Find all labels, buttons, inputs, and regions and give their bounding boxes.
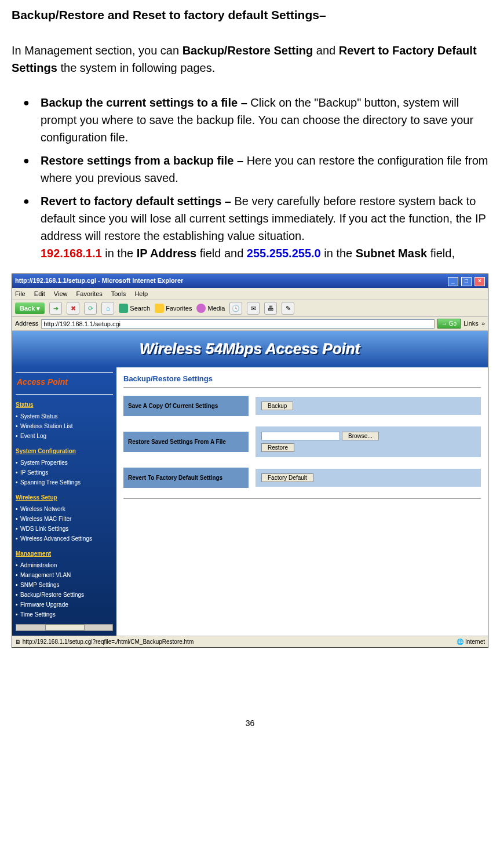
divider [123,498,481,499]
row-restore: Restore Saved Settings From A File Brows… [123,426,481,457]
browser-window: http://192.168.1.1/setup.cgi - Microsoft… [12,273,488,648]
label-save-copy: Save A Copy Of Current Settings [123,396,249,416]
menu-help[interactable]: Help [134,290,148,297]
maximize-button[interactable]: □ [461,277,472,286]
toolbar: Back ▾ ➔ ✖ ⟳ ⌂ Search Favorites Media 🕓 … [12,300,488,317]
refresh-button[interactable]: ⟳ [84,302,97,315]
main-title: Backup/Restore Settings [123,371,481,388]
search-label: Search [130,304,150,313]
sidebar-item-wireless-mac-filter[interactable]: Wireless MAC Filter [16,514,113,524]
edit-button[interactable]: ✎ [282,302,294,315]
mail-button[interactable]: ✉ [247,302,260,315]
ip-address-value: 192.168.1.1 [41,247,102,260]
forward-button[interactable]: ➔ [49,302,62,315]
search-icon [119,304,128,313]
close-button[interactable]: × [475,277,485,286]
favorites-label: Favorites [166,304,192,313]
sidebar-section-sysconf: System Configuration [16,447,113,455]
ip-mid3: in the [321,247,356,260]
sidebar-item-wireless-advanced[interactable]: Wireless Advanced Settings [16,534,113,544]
sidebar-item-system-properties[interactable]: System Properties [16,458,113,468]
status-bar: 🗎 http://192.168.1.1/setup.cgi?reqfile=.… [12,636,488,647]
go-label: Go [449,320,457,327]
home-button[interactable]: ⌂ [101,302,114,315]
stop-button[interactable]: ✖ [67,302,79,315]
links-chevron-icon: » [481,319,485,329]
links-label[interactable]: Links [463,319,479,329]
back-button[interactable]: Back ▾ [15,302,45,315]
factory-default-button[interactable]: Factory Default [261,473,313,482]
sidebar-item-wds-link[interactable]: WDS Link Settings [16,524,113,534]
go-button[interactable]: → Go [437,319,461,329]
favorites-button[interactable]: Favorites [155,304,192,313]
sidebar-item-firmware-upgrade[interactable]: Firmware Upgrade [16,600,113,610]
sidebar-item-management-vlan[interactable]: Management VLAN [16,570,113,580]
window-controls: _ □ × [447,276,485,286]
window-title: http://192.168.1.1/setup.cgi - Microsoft… [15,276,183,286]
bullet-restore-title: Restore settings from a backup file – [41,154,247,167]
media-button[interactable]: Media [196,304,225,313]
row-factory-default: Revert To Factory Default Settings Facto… [123,468,481,488]
sidebar-item-ip-settings[interactable]: IP Settings [16,468,113,477]
bullet-restore: Restore settings from a backup file – He… [23,152,488,187]
menu-tools[interactable]: Tools [111,290,126,297]
doc-intro: In Management section, you can Backup/Re… [12,42,488,76]
history-button[interactable]: 🕓 [229,302,242,315]
menu-bar: File Edit View Favorites Tools Help [12,288,488,301]
ip-mid2: field and [196,247,247,260]
bullet-backup-title: Backup the current settings to a file – [41,96,250,109]
menu-file[interactable]: File [15,290,25,297]
window-titlebar: http://192.168.1.1/setup.cgi - Microsoft… [12,274,488,288]
status-zone: 🌐 Internet [457,637,485,646]
menu-view[interactable]: View [54,290,68,297]
menu-edit[interactable]: Edit [34,290,45,297]
address-input[interactable] [41,319,435,329]
scroll-thumb[interactable] [45,625,85,630]
page-banner: Wireless 54Mbps Access Point [12,331,488,367]
sidebar-item-backup-restore[interactable]: Backup/Restore Settings [16,590,113,600]
sidebar-item-snmp-settings[interactable]: SNMP Settings [16,580,113,590]
subnet-label: Subnet Mask [356,247,427,260]
print-button[interactable]: 🖶 [264,302,277,315]
bullet-revert: Revert to factory default settings – Be … [23,192,488,262]
doc-heading: Backup/Restore and Reset to factory defa… [12,6,488,24]
sidebar-section-wireless: Wireless Setup [16,493,113,502]
sidebar-item-system-status[interactable]: System Status [16,411,113,421]
sidebar-title: Access Point [16,372,113,395]
back-label: Back [20,305,35,312]
doc-bullet-list: Backup the current settings to a file – … [12,94,488,262]
bullet-revert-title: Revert to factory default settings – [41,195,235,207]
sidebar-scrollbar[interactable] [16,624,113,631]
sidebar-item-wireless-network[interactable]: Wireless Network [16,504,113,514]
sidebar-item-event-log[interactable]: Event Log [16,431,113,441]
sidebar-item-wireless-station-list[interactable]: Wireless Station List [16,421,113,431]
ip-mid1: in the [102,247,137,260]
sidebar-item-time-settings[interactable]: Time Settings [16,610,113,619]
page-number: 36 [12,717,488,730]
backup-button[interactable]: Backup [261,402,293,410]
label-restore: Restore Saved Settings From A File [123,432,249,452]
label-factory-default: Revert To Factory Default Settings [123,468,249,488]
sidebar: Access Point Status System Status Wirele… [12,367,116,636]
row-save-copy: Save A Copy Of Current Settings Backup [123,396,481,416]
ip-end: field, [427,247,455,260]
minimize-button[interactable]: _ [448,277,458,286]
sidebar-item-administration[interactable]: Administration [16,560,113,570]
address-label: Address [15,319,38,329]
search-button[interactable]: Search [119,304,150,313]
ip-address-label: IP Address [137,247,196,260]
restore-button[interactable]: Restore [261,443,294,452]
star-icon [155,304,164,313]
address-bar: Address → Go Links » [12,317,488,331]
browse-button[interactable]: Browse... [342,432,379,440]
menu-favorites[interactable]: Favorites [76,290,103,297]
media-icon [196,304,206,313]
status-zone-label: Internet [465,639,485,645]
restore-file-input[interactable] [261,432,340,440]
sidebar-item-spanning-tree[interactable]: Spanning Tree Settings [16,477,113,487]
intro-pre: In Management section, you can [12,44,183,57]
status-text: 🗎 http://192.168.1.1/setup.cgi?reqfile=.… [15,637,194,646]
intro-bold-1: Backup/Restore Setting [183,44,313,57]
subnet-value: 255.255.255.0 [247,247,321,260]
sidebar-section-management: Management [16,549,113,558]
